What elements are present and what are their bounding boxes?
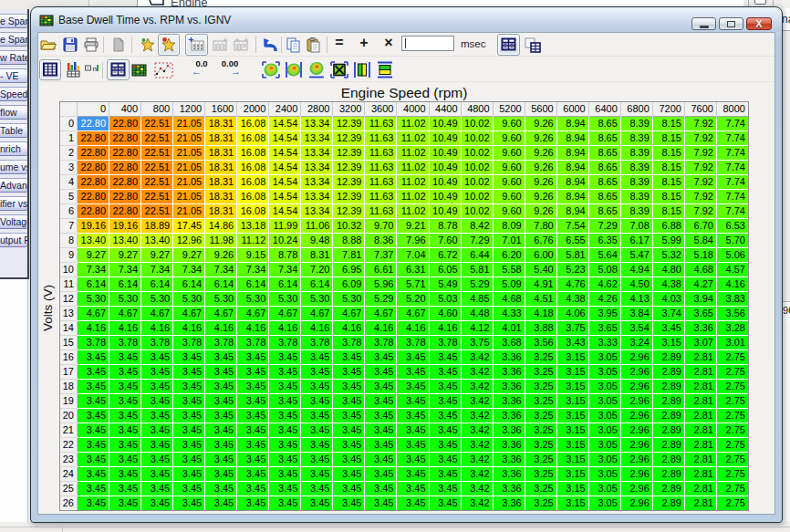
table-cell[interactable]: 3.45 <box>301 365 332 379</box>
table-cell[interactable]: 16.08 <box>237 131 268 145</box>
table-cell[interactable]: 3.45 <box>269 438 300 452</box>
table-cell[interactable]: 3.36 <box>494 350 525 364</box>
table-cell[interactable]: 22.51 <box>141 190 172 203</box>
table-cell[interactable]: 8.09 <box>494 219 525 233</box>
table-cell[interactable]: 12.39 <box>333 190 364 203</box>
table-cell[interactable]: 3.45 <box>109 423 140 437</box>
table-cell[interactable]: 3.45 <box>365 409 396 422</box>
table-cell[interactable]: 3.45 <box>78 467 109 481</box>
table-cell[interactable]: 9.26 <box>525 146 556 160</box>
table-cell[interactable]: 3.05 <box>589 453 620 466</box>
table-cell[interactable]: 3.78 <box>205 336 236 349</box>
table-cell[interactable]: 10.02 <box>462 117 493 130</box>
table-cell[interactable]: 2.75 <box>717 423 748 437</box>
close-button[interactable]: X <box>746 17 772 30</box>
table-cell[interactable]: 4.67 <box>141 307 172 320</box>
table-cell[interactable]: 3.36 <box>494 453 525 466</box>
table-cell[interactable]: 3.75 <box>557 321 588 335</box>
table-cell[interactable]: 3.78 <box>430 336 461 349</box>
table-cell[interactable]: 3.78 <box>109 336 140 349</box>
table-cell[interactable]: 7.74 <box>717 175 748 189</box>
table-cell[interactable]: 9.27 <box>173 248 204 262</box>
table-cell[interactable]: 3.45 <box>397 423 428 437</box>
table-cell[interactable]: 22.80 <box>78 190 109 203</box>
table-cell[interactable]: 3.45 <box>365 496 396 510</box>
grid-view-selected-button[interactable] <box>39 59 61 80</box>
table-cell[interactable]: 11.02 <box>397 161 428 174</box>
table-cell[interactable]: 19.16 <box>109 219 140 233</box>
table-cell[interactable]: 3.56 <box>717 307 748 320</box>
table-cell[interactable]: 3.45 <box>78 423 109 437</box>
table-cell[interactable]: 3.45 <box>269 453 300 466</box>
table-cell[interactable]: 3.45 <box>173 496 204 510</box>
table-cell[interactable]: 3.45 <box>333 467 364 481</box>
table-cell[interactable]: 3.25 <box>525 423 556 437</box>
table-cell[interactable]: 9.60 <box>494 161 525 174</box>
table-cell[interactable]: 3.15 <box>557 350 588 364</box>
table-cell[interactable]: 4.16 <box>237 321 268 335</box>
table-cell[interactable]: 7.81 <box>333 248 364 262</box>
table-cell[interactable]: 3.45 <box>109 467 140 481</box>
table-cell[interactable]: 2.81 <box>685 453 716 466</box>
table-cell[interactable]: 3.75 <box>462 336 493 349</box>
table-cell[interactable]: 3.45 <box>430 438 461 452</box>
table-cell[interactable]: 8.94 <box>557 161 588 174</box>
table-cell[interactable]: 3.45 <box>205 365 236 379</box>
table-cell[interactable]: 21.05 <box>173 146 204 160</box>
table-cell[interactable]: 8.39 <box>621 117 652 130</box>
table-cell[interactable]: 3.45 <box>237 482 268 495</box>
table-cell[interactable]: 5.20 <box>397 292 428 306</box>
table-cell[interactable]: 5.03 <box>430 292 461 306</box>
table-cell[interactable]: 18.89 <box>141 219 172 233</box>
table-cell[interactable]: 4.76 <box>557 277 588 291</box>
table-cell[interactable]: 5.30 <box>237 292 268 306</box>
table-cell[interactable]: 13.34 <box>301 146 332 160</box>
table-cell[interactable]: 4.68 <box>494 292 525 306</box>
table-cell[interactable]: 17.45 <box>173 219 204 233</box>
table-cell[interactable]: 9.60 <box>494 175 525 189</box>
table-cell[interactable]: 6.09 <box>333 277 364 291</box>
table-cell[interactable]: 16.08 <box>237 204 268 218</box>
table-cell[interactable]: 10.49 <box>430 131 461 145</box>
table-cell[interactable]: 10.02 <box>462 131 493 145</box>
table-cell[interactable]: 2.81 <box>685 467 716 481</box>
table-cell[interactable]: 7.74 <box>717 146 748 160</box>
table-cell[interactable]: 2.96 <box>621 350 652 364</box>
table-cell[interactable]: 6.35 <box>589 234 620 247</box>
table-cell[interactable]: 7.74 <box>717 117 748 130</box>
table-cell[interactable]: 3.45 <box>653 321 684 335</box>
table-cell[interactable]: 2.96 <box>621 365 652 379</box>
table-cell[interactable]: 10.02 <box>462 190 493 203</box>
table-cell[interactable]: 4.80 <box>653 263 684 276</box>
table-cell[interactable]: 3.45 <box>365 394 396 408</box>
table-cell[interactable]: 3.45 <box>301 496 332 510</box>
table-cell[interactable]: 11.63 <box>365 175 396 189</box>
table-cell[interactable]: 3.45 <box>430 423 461 437</box>
table-cell[interactable]: 3.25 <box>525 438 556 452</box>
table-cell[interactable]: 6.95 <box>333 263 364 276</box>
table-cell[interactable]: 3.42 <box>462 394 493 408</box>
background-minimize-button[interactable] <box>754 0 766 5</box>
table-cell[interactable]: 3.15 <box>557 482 588 495</box>
table-cell[interactable]: 4.06 <box>557 307 588 320</box>
table-cell[interactable]: 3.45 <box>205 482 236 495</box>
table-cell[interactable]: 7.96 <box>397 234 428 247</box>
table-cell[interactable]: 3.42 <box>462 453 493 466</box>
table-cell[interactable]: 2.75 <box>717 365 748 379</box>
table-cell[interactable]: 18.31 <box>205 204 236 218</box>
table-cell[interactable]: 3.78 <box>365 336 396 349</box>
table-cell[interactable]: 4.16 <box>430 321 461 335</box>
table-cell[interactable]: 3.45 <box>109 365 140 379</box>
table-cell[interactable]: 4.16 <box>397 321 428 335</box>
table-cell[interactable]: 11.63 <box>365 161 396 174</box>
table-cell[interactable]: 3.25 <box>525 380 556 393</box>
table-cell[interactable]: 3.45 <box>237 467 268 481</box>
table-cell[interactable]: 6.00 <box>525 248 556 262</box>
table-cell[interactable]: 16.08 <box>237 190 268 203</box>
table-cell[interactable]: 5.81 <box>557 248 588 262</box>
table-cell[interactable]: 2.96 <box>621 467 652 481</box>
table-cell[interactable]: 3.45 <box>301 394 332 408</box>
table-cell[interactable]: 3.45 <box>301 423 332 437</box>
table-cell[interactable]: 5.30 <box>78 292 109 306</box>
table-cell[interactable]: 22.80 <box>78 161 109 174</box>
